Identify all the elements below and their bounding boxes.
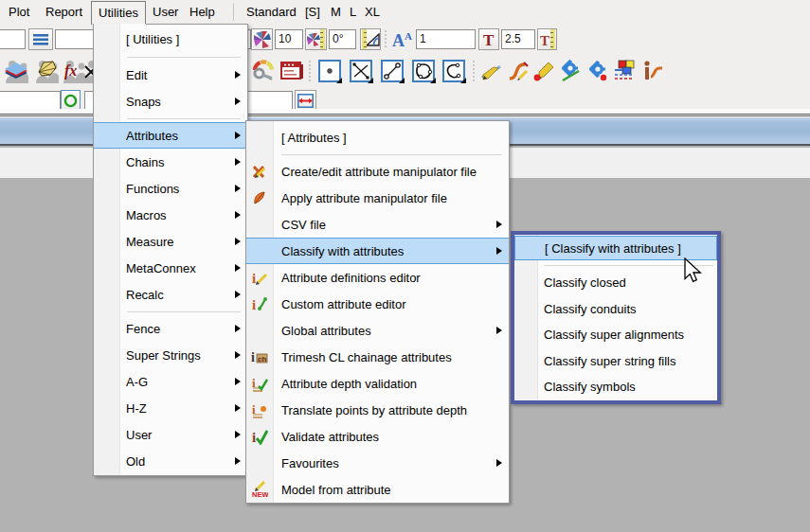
menu-item-trimesh-cl-chainage[interactable]: i ch Trimesh CL chainage attributes — [246, 344, 509, 370]
menu-item-super-strings[interactable]: Super Strings — [94, 342, 247, 368]
menu-separator — [94, 308, 247, 315]
menu-item-functions[interactable]: Functions — [94, 175, 247, 202]
menu-item-h-z[interactable]: H-Z — [94, 395, 247, 421]
menu-item-old[interactable]: Old — [94, 448, 247, 474]
pipe-i-button[interactable] — [640, 59, 665, 83]
menu-item-validate-attributes[interactable]: i Validate attributes — [246, 423, 509, 450]
svg-text:T: T — [540, 33, 549, 47]
menu-item-classify-symbols[interactable]: Classify symbols — [514, 374, 717, 400]
menu-item-classify-super-alignments[interactable]: Classify super alignments — [514, 322, 717, 348]
svg-text:i: i — [252, 297, 256, 312]
submenu-arrow-icon — [235, 71, 241, 79]
intersect-snap-icon — [350, 60, 374, 84]
menu-item-apply-manipulator[interactable]: Apply attribute manipulator file — [246, 185, 509, 211]
fan-person-button[interactable] — [34, 59, 59, 83]
point-snap-button[interactable] — [318, 60, 343, 84]
attributes-menu-header[interactable]: [ Attributes ] — [246, 124, 509, 151]
pinwheel-button[interactable] — [251, 28, 273, 50]
menu-item-attribute-depth-validation[interactable]: i Attribute depth validation — [246, 370, 509, 397]
submenu-arrow-icon — [235, 264, 241, 272]
menu-item-snaps[interactable]: Snaps — [94, 88, 247, 115]
text-size-ruler-button[interactable]: T — [537, 28, 557, 50]
text-value-input[interactable]: 1 — [416, 29, 476, 49]
pencil-blue-button[interactable] — [479, 59, 504, 83]
menubar-divider — [233, 3, 234, 21]
segment-snap-button[interactable] — [381, 60, 405, 84]
menu-item-attribute-definitions-editor[interactable]: i Attribute definitions editor — [246, 264, 509, 291]
swatch-lines-button[interactable] — [613, 59, 638, 83]
pinwheel-ruler-button[interactable] — [305, 28, 327, 50]
swatch-lines-icon — [613, 59, 638, 83]
menu-item-csv-file[interactable]: CSV file — [246, 211, 509, 238]
circle-snap-button[interactable] — [61, 90, 81, 111]
menu-item-chains[interactable]: Chains — [94, 149, 247, 175]
plot-sheet-button[interactable] — [279, 59, 304, 83]
trimesh-chainage-icon: i ch — [251, 348, 268, 365]
menu-item-recalc[interactable]: Recalc — [94, 281, 247, 308]
font-size-button[interactable]: A A — [391, 29, 414, 50]
submenu-arrow-icon — [235, 378, 241, 385]
gear-dot-button[interactable] — [585, 59, 610, 83]
submenu-arrow-icon — [235, 351, 241, 359]
menu-report[interactable]: Report — [45, 0, 82, 24]
point-snap-icon — [318, 60, 343, 84]
pencil-blue-icon — [479, 59, 504, 83]
menu-item-classify-super-string-fills[interactable]: Classify super string fills — [514, 348, 717, 375]
menu-item-a-g[interactable]: A-G — [94, 368, 247, 395]
intersect-snap-button[interactable] — [350, 60, 374, 84]
pencil-dot-button[interactable] — [532, 59, 557, 83]
menu-size-m[interactable]: M — [331, 0, 341, 24]
open-string-button[interactable] — [442, 60, 467, 84]
menu-utilities[interactable]: Utilities — [91, 1, 146, 25]
menu-help[interactable]: Help — [189, 0, 215, 24]
menu-item-macros[interactable]: Macros — [94, 202, 247, 228]
text-style-button[interactable]: T — [478, 28, 499, 50]
utilities-menu-header[interactable]: [ Utilities ] — [94, 26, 247, 52]
justify-lines-button[interactable] — [28, 28, 53, 50]
submenu-arrow-icon — [235, 431, 241, 438]
menu-item-attributes[interactable]: Attributes — [94, 122, 247, 149]
menu-item-classify-with-attributes[interactable]: Classify with attributes — [246, 238, 509, 264]
svg-text:A: A — [405, 31, 412, 42]
toolbar-separator — [309, 61, 311, 81]
fan-person-icon — [34, 59, 59, 83]
menu-item-classify-conduits[interactable]: Classify conduits — [514, 296, 717, 323]
menu-user[interactable]: User — [153, 0, 178, 24]
svg-text:A: A — [392, 31, 405, 48]
menu-item-fence[interactable]: Fence — [94, 315, 247, 342]
menu-item-measure[interactable]: Measure — [94, 228, 247, 255]
gear-pencil-button[interactable] — [559, 59, 584, 83]
menu-item-model-from-attribute[interactable]: NEW Model from attribute — [246, 476, 509, 503]
submenu-arrow-icon — [235, 132, 241, 139]
menu-item-metaconnex[interactable]: MetaConnex — [94, 255, 247, 281]
menu-size-s[interactable]: [S] — [305, 0, 320, 24]
menu-item-translate-points-by-depth[interactable]: i Translate points by attribute depth — [246, 397, 509, 423]
menu-item-favourites[interactable]: Favourites — [246, 450, 509, 476]
menu-plot[interactable]: Plot — [9, 0, 29, 24]
tin-person-button[interactable] — [4, 59, 28, 83]
menu-item-user[interactable]: User — [94, 421, 247, 448]
segment-snap-icon — [381, 60, 405, 84]
submenu-arrow-icon — [496, 459, 502, 467]
protractor-button[interactable] — [360, 28, 381, 50]
menu-item-global-attributes[interactable]: Global attributes — [246, 317, 509, 344]
super-string-pencil-button[interactable] — [506, 59, 531, 83]
snap-input-left[interactable] — [0, 91, 61, 111]
text-size-input[interactable]: 2.5 — [501, 29, 535, 49]
mouse-cursor-icon — [684, 257, 703, 284]
text-style-icon: T — [482, 32, 495, 47]
rotation-input[interactable]: 10 — [275, 29, 303, 49]
menu-size-xl[interactable]: XL — [365, 0, 380, 24]
menu-item-create-edit-manipulator[interactable]: Create/edit attribute manipulator file — [246, 158, 509, 185]
menu-standard[interactable]: Standard — [246, 0, 297, 24]
menu-item-custom-attribute-editor[interactable]: i Custom attribute editor — [246, 291, 509, 317]
menu-item-edit[interactable]: Edit — [94, 62, 247, 88]
toolbar-input-left[interactable] — [0, 29, 26, 49]
closed-string-button[interactable] — [412, 60, 437, 84]
submenu-arrow-icon — [496, 327, 502, 334]
toolbar-separator — [473, 61, 475, 81]
menu-size-l[interactable]: L — [350, 0, 356, 24]
angle-input[interactable]: 0° — [329, 29, 356, 49]
submenu-arrow-icon — [235, 158, 241, 166]
gauge-key-button[interactable] — [252, 59, 277, 83]
